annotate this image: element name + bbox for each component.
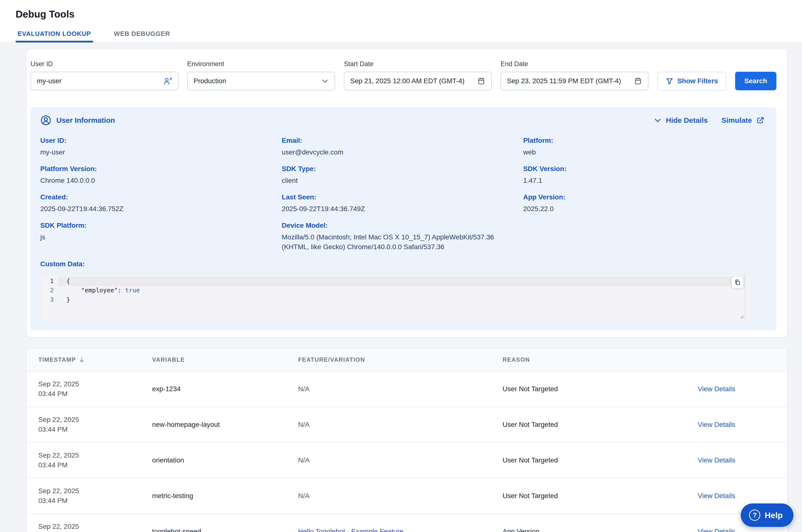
table-row: Sep 22, 2025 03:44 PM orientation N/A Us…	[26, 443, 787, 478]
resize-handle[interactable]	[738, 313, 744, 320]
chevron-down-icon	[321, 77, 329, 85]
tab-evaluation-lookup[interactable]: EVALUATION LOOKUP	[16, 30, 93, 42]
user-circle-icon	[40, 115, 52, 126]
simulate-button[interactable]: Simulate	[722, 116, 765, 125]
person-add-icon	[163, 77, 172, 86]
cell-variable: togglebot-speed	[152, 528, 298, 532]
cell-timestamp: Sep 22, 2025 03:44 PM	[38, 451, 152, 470]
end-date-input[interactable]: Sep 23, 2025 11:59 PM EDT (GMT-4)	[501, 72, 648, 90]
info-field-device-model: Device Model: Mozilla/5.0 (Macintosh; In…	[282, 222, 523, 252]
user-id-input[interactable]	[37, 77, 159, 85]
lookup-card: User ID Environment Production	[26, 49, 787, 338]
custom-data-label: Custom Data:	[40, 260, 765, 268]
view-details-link[interactable]: View Details	[664, 385, 787, 393]
environment-field: Environment Production	[187, 60, 335, 90]
arrow-down-icon[interactable]	[78, 356, 85, 363]
simulate-label: Simulate	[722, 116, 752, 125]
column-header-feature-variation: FEATURE/VARIATION	[298, 356, 503, 363]
cell-feature: N/A	[298, 385, 503, 393]
chevron-down-icon	[654, 116, 662, 125]
cell-reason: User Not Targeted	[502, 492, 664, 500]
column-header-reason: REASON	[502, 356, 664, 363]
end-date-label: End Date	[501, 60, 648, 68]
feature-link[interactable]: Hello Togglebot - Example Feature	[298, 528, 503, 532]
cell-reason: User Not Targeted	[502, 456, 664, 464]
cell-timestamp: Sep 22, 2025 03:44 PM	[38, 379, 152, 399]
end-date-field: End Date Sep 23, 2025 11:59 PM EDT (GMT-…	[501, 60, 648, 90]
column-header-variable: VARIABLE	[152, 356, 298, 363]
user-information-header: User Information Hide Details Simulate	[40, 115, 765, 126]
custom-data-section: Custom Data: 1 2 3 { "employee": true }	[40, 260, 765, 321]
top-header: Debug Tools EVALUATION LOOKUP WEB DEBUGG…	[0, 0, 802, 43]
code-lines: { "employee": true }	[58, 274, 752, 320]
cell-reason: App Version	[502, 528, 664, 532]
custom-data-editor[interactable]: 1 2 3 { "employee": true }	[40, 274, 752, 321]
user-information-title: User Information	[56, 116, 115, 125]
copy-icon	[734, 279, 741, 286]
info-field-platform: Platform: web	[523, 137, 765, 157]
table-row: Sep 22, 2025 03:44 PM metric-testing N/A…	[26, 478, 787, 514]
external-link-icon	[756, 116, 765, 125]
environment-select[interactable]: Production	[187, 72, 335, 90]
calendar-icon	[634, 77, 642, 85]
tab-web-debugger[interactable]: WEB DEBUGGER	[112, 30, 172, 42]
info-field-sdk-version: SDK Version: 1.47.1	[523, 165, 765, 186]
code-line-3: }	[58, 295, 752, 304]
page-title: Debug Tools	[16, 9, 802, 20]
hide-details-label: Hide Details	[666, 116, 708, 125]
end-date-value: Sep 23, 2025 11:59 PM EDT (GMT-4)	[507, 77, 621, 85]
start-date-label: Start Date	[344, 60, 492, 68]
user-information-actions: Hide Details Simulate	[654, 116, 765, 125]
evaluations-table: TIMESTAMP VARIABLE FEATURE/VARIATION REA…	[26, 348, 787, 532]
info-field-email: Email: user@devcycle.com	[282, 137, 523, 157]
user-id-label: User ID	[31, 60, 178, 68]
view-details-link[interactable]: View Details	[664, 492, 787, 500]
table-row: Sep 22, 2025 03:44 PM togglebot-speed He…	[26, 514, 787, 532]
filter-funnel-icon	[666, 77, 673, 85]
start-date-input[interactable]: Sep 21, 2025 12:00 AM EDT (GMT-4)	[344, 72, 492, 90]
show-filters-button[interactable]: Show Filters	[657, 72, 726, 90]
info-field-app-version: App Version: 2025.22.0	[523, 193, 765, 214]
tab-bar: EVALUATION LOOKUP WEB DEBUGGER	[16, 30, 802, 42]
cell-variable: metric-testing	[152, 492, 298, 500]
copy-button[interactable]	[732, 277, 743, 288]
start-date-value: Sep 21, 2025 12:00 AM EDT (GMT-4)	[350, 77, 464, 85]
help-button[interactable]: ? Help	[741, 504, 794, 527]
user-information-panel: User Information Hide Details Simulate	[31, 107, 776, 330]
cell-timestamp: Sep 22, 2025 03:44 PM	[38, 486, 152, 506]
info-field-created: Created: 2025-09-22T19:44:36.752Z	[40, 193, 282, 214]
user-id-input-box	[31, 72, 178, 90]
info-field-platform-version: Platform Version: Chrome 140.0.0.0	[40, 165, 282, 186]
info-field-sdk-platform: SDK Platform: js	[40, 222, 282, 252]
code-line-numbers: 1 2 3	[40, 274, 58, 320]
filter-bar: User ID Environment Production	[31, 60, 776, 90]
calendar-icon	[477, 77, 485, 85]
code-line-2: "employee": true	[58, 286, 752, 295]
cell-variable: orientation	[152, 456, 298, 464]
cell-variable: new-homepage-layout	[152, 421, 298, 429]
user-id-field: User ID	[31, 60, 178, 90]
table-row: Sep 22, 2025 03:44 PM exp-1234 N/A User …	[26, 372, 787, 407]
cell-timestamp: Sep 22, 2025 03:44 PM	[38, 522, 152, 532]
cell-feature: N/A	[298, 456, 503, 464]
hide-details-button[interactable]: Hide Details	[654, 116, 708, 125]
cell-feature: N/A	[298, 421, 503, 429]
main-content: User ID Environment Production	[0, 43, 802, 532]
user-info-grid: User ID: my-user Email: user@devcycle.co…	[40, 137, 765, 252]
table-row: Sep 22, 2025 03:44 PM new-homepage-layou…	[26, 407, 787, 443]
cell-timestamp: Sep 22, 2025 03:44 PM	[38, 415, 152, 434]
question-mark-icon: ?	[749, 510, 760, 521]
environment-value: Production	[193, 77, 226, 85]
view-details-link[interactable]: View Details	[664, 421, 787, 429]
search-button[interactable]: Search	[735, 72, 776, 90]
cell-reason: User Not Targeted	[502, 385, 664, 393]
view-details-link[interactable]: View Details	[664, 456, 787, 464]
cell-reason: User Not Targeted	[502, 421, 664, 429]
info-field-user-id: User ID: my-user	[40, 137, 282, 157]
table-header-row: TIMESTAMP VARIABLE FEATURE/VARIATION REA…	[26, 348, 787, 372]
cell-feature: N/A	[298, 492, 503, 500]
column-header-timestamp[interactable]: TIMESTAMP	[38, 356, 152, 363]
view-details-link[interactable]: View Details	[664, 528, 787, 532]
environment-label: Environment	[187, 60, 335, 68]
show-filters-label: Show Filters	[677, 77, 718, 85]
